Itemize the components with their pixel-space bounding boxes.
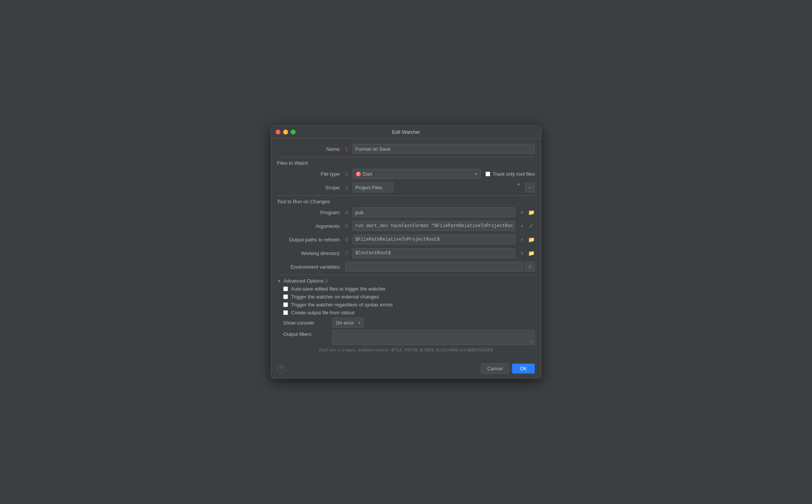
name-step: 1 [345,146,350,152]
cancel-button[interactable]: Cancel [481,363,509,374]
traffic-lights [276,130,296,135]
scope-dots-button[interactable]: ··· [525,182,535,192]
divider-1 [277,157,535,157]
create-output-checkbox[interactable] [283,310,288,315]
autosave-checkbox[interactable] [283,286,288,291]
file-type-select-wrap: 🎯 Dart ▼ [353,169,481,179]
env-vars-copy-button[interactable]: ⎘ [525,262,535,272]
autosave-label: Auto-save edited files to trigger the wa… [291,286,386,292]
name-input[interactable] [353,144,535,154]
track-only-checkbox[interactable] [485,172,490,176]
output-filters-input[interactable] [332,330,535,345]
program-folder-button[interactable]: 📁 [527,209,535,216]
arguments-actions: + ⤢ [518,222,535,230]
program-input[interactable] [353,207,515,217]
scope-arrow-icon: ▼ [517,182,521,187]
env-vars-inner: ⎘ [345,262,535,272]
arguments-step: 5 [345,223,350,229]
output-paths-control-wrap: 6 + 📁 [345,235,535,244]
show-console-label: Show console: [283,320,332,326]
output-paths-step: 6 [345,237,350,243]
env-vars-row: Environment variables: ⎘ [277,261,535,272]
track-only-wrap: Track only root files [485,171,535,177]
output-paths-actions: + 📁 [518,236,535,243]
scope-select-wrap: Project Files ▼ [353,182,524,192]
working-directory-add-button[interactable]: + [518,249,526,257]
working-directory-step: 7 [345,250,350,256]
output-paths-row: Output paths to refresh: 6 + 📁 [277,234,535,245]
file-type-control-wrap: 2 🎯 Dart ▼ Track only root files [345,169,535,179]
working-directory-input[interactable] [353,248,515,258]
env-vars-label: Environment variables: [277,264,345,270]
footer-left: ? [277,365,285,373]
program-label: Program: [277,210,345,215]
show-console-row: Show console: Always On error Never ▼ [277,318,535,328]
scope-row-inner: Project Files ▼ ··· [353,182,535,192]
output-filters-row: Output filters: ⤢ [277,330,535,346]
create-output-label: Create output file from stdout [291,310,355,315]
divider-3 [277,275,535,275]
minimize-button[interactable] [283,130,288,135]
close-button[interactable] [276,130,280,135]
dialog-footer: ? Cancel OK [271,360,541,378]
help-button[interactable]: ? [277,365,285,373]
file-type-label: File type: [277,171,345,177]
dialog-body: Name: 1 Files to Watch File type: 2 🎯 Da… [271,139,541,360]
output-paths-add-button[interactable]: + [518,236,526,243]
output-filters-wrap: ⤢ [332,330,535,346]
tool-to-run-header: Tool to Run on Changes [277,199,535,205]
output-paths-folder-button[interactable]: 📁 [527,236,535,243]
trigger-external-checkbox[interactable] [283,294,288,299]
program-row: Program: 4 + 📁 [277,207,535,218]
arguments-row: Arguments: 5 + ⤢ [277,220,535,232]
trigger-external-label: Trigger the watcher on external changes [291,294,379,300]
output-paths-input[interactable] [353,235,515,244]
working-directory-row: Working directory: 7 + 📁 [277,247,535,259]
arguments-input[interactable] [353,221,515,231]
arguments-control-wrap: 5 + ⤢ [345,221,535,231]
advanced-chevron-icon: ▼ [277,279,281,283]
working-directory-folder-button[interactable]: 📁 [527,249,535,257]
trigger-syntax-label: Trigger the watcher regardless of syntax… [291,302,393,308]
program-add-button[interactable]: + [518,209,526,216]
output-filters-expand-icon[interactable]: ⤢ [530,340,533,345]
ok-button[interactable]: OK [512,363,535,374]
env-vars-input[interactable] [345,262,524,272]
dialog-title: Edit Watcher [392,129,420,135]
advanced-options-badge: 8 [325,278,328,284]
file-type-select[interactable]: 🎯 Dart [353,169,481,179]
advanced-options-label: Advanced Options [284,278,324,284]
output-paths-label: Output paths to refresh: [277,237,345,243]
working-directory-actions: + 📁 [518,249,535,257]
name-label: Name: [277,146,345,152]
checkbox-row-3: Trigger the watcher regardless of syntax… [277,302,535,308]
divider-2 [277,195,535,196]
working-directory-control-wrap: 7 + 📁 [345,248,535,258]
file-type-step: 2 [345,171,350,177]
maximize-button[interactable] [291,130,296,135]
edit-watcher-dialog: Edit Watcher Name: 1 Files to Watch File… [271,125,541,379]
advanced-options-section: ▼ Advanced Options 8 Auto-save edited fi… [277,278,535,352]
show-console-select-wrap: Always On error Never ▼ [332,318,364,328]
output-filters-hint: Each line is a regex, available macros: … [277,348,535,352]
show-console-select[interactable]: Always On error Never [332,318,364,328]
trigger-syntax-checkbox[interactable] [283,302,288,307]
track-only-label: Track only root files [493,171,535,177]
output-filters-label: Output filters: [283,330,332,337]
arguments-expand-button[interactable]: ⤢ [527,222,535,230]
scope-control-wrap: 3 Project Files ▼ ··· [345,182,535,192]
arguments-add-button[interactable]: + [518,222,526,230]
file-type-row: File type: 2 🎯 Dart ▼ Track only root fi… [277,168,535,179]
checkbox-row-2: Trigger the watcher on external changes [277,294,535,300]
scope-row: Scope: 3 Project Files ▼ ··· [277,182,535,193]
scope-label: Scope: [277,185,345,190]
scope-select[interactable]: Project Files [353,182,394,192]
env-vars-control-wrap: ⎘ [345,262,535,272]
checkbox-row-1: Auto-save edited files to trigger the wa… [277,286,535,292]
title-bar: Edit Watcher [271,126,541,139]
files-to-watch-header: Files to Watch [277,160,535,167]
advanced-options-header[interactable]: ▼ Advanced Options 8 [277,278,535,284]
name-row: Name: 1 [277,143,535,155]
program-control-wrap: 4 + 📁 [345,207,535,217]
working-directory-label: Working directory: [277,250,345,256]
